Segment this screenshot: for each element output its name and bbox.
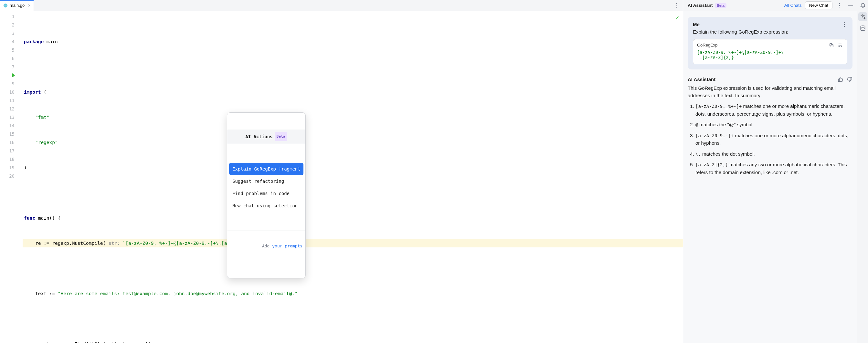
footer-add-text: Add [262,243,272,248]
go-file-icon [3,3,8,8]
code-line: re := regexp.MustCompile( str: `[a-zA-Z0… [23,239,683,247]
insert-icon[interactable] [837,43,843,48]
explanation-code: [a-zA-Z]{2,} [695,162,728,167]
chat-header: AI Assistant Beta All Chats New Chat ⋮ — [683,0,857,11]
explanation-item: [a-zA-Z0-9._%+-]+ matches one or more al… [695,102,852,117]
ai-action-item[interactable]: New chat using selection [229,200,304,212]
ai-actions-header: AI Actions Beta [227,130,305,144]
gutter-line: 2 [0,21,20,29]
ai-actions-popup: AI Actions Beta Explain GoRegExp fragmen… [227,112,306,278]
chat-panel-title: AI Assistant Beta [688,3,726,8]
code-line [23,315,683,323]
explanation-item: @ matches the "@" symbol. [695,121,852,129]
database-rail-icon[interactable] [860,25,866,32]
copy-icon[interactable] [829,43,834,48]
file-tab-label: main.go [10,3,25,8]
gutter-line: 3 [0,29,20,37]
gutter-line: 13 [0,113,20,122]
gutter-line: 5 [0,46,20,54]
editor-column: main.go × ⋮ 1234567891011121314151617181… [0,0,683,343]
explanation-code: [a-zA-Z0-9._%+-]+ [695,104,742,109]
thumbs-down-icon[interactable] [847,76,852,82]
chat-scroll[interactable]: Me ⋮ Explain the following GoRegExp expr… [683,11,857,343]
gutter-line: 12 [0,105,20,113]
code-line [23,188,683,197]
explanation-item: [a-zA-Z]{2,} matches any two or more alp… [695,161,852,176]
code-line: package main [23,37,683,46]
code-line: text := "Here are some emails: test@exam… [23,289,683,298]
gutter-line: 16 [0,138,20,147]
code-line: ) [23,164,683,172]
right-rail [857,0,868,343]
beta-badge: Beta [275,132,287,141]
gutter-line: 19 [0,164,20,172]
gutter-line: 14 [0,122,20,130]
message-overflow-icon[interactable]: ⋮ [841,21,847,27]
code-block-lang: GoRegExp [697,43,718,47]
explanation-text: matches the "@" symbol. [698,122,753,127]
gutter-line: 17 [0,147,20,155]
gutter-line: 11 [0,96,20,105]
gutter-line: 10 [0,88,20,96]
code-line: func main() { [23,214,683,222]
code-line: matches := re.FindAllString(text, n: -1) [23,340,683,343]
code-block-line: .[a-zA-Z]{2,} [697,55,843,60]
assistant-message: AI Assistant This GoRegExp expression is… [688,76,852,176]
assistant-body: This GoRegExp expression is used for val… [688,84,852,176]
line-gutter: 1234567891011121314151617181920 [0,11,20,343]
code-line: import ( [23,88,683,96]
gutter-line: 4 [0,37,20,46]
explanation-item: [a-zA-Z0-9.-]+ matches one or more alpha… [695,132,852,147]
user-message-bubble: Me ⋮ Explain the following GoRegExp expr… [688,17,852,69]
minimize-panel-icon[interactable]: — [847,3,855,8]
close-tab-icon[interactable]: × [28,3,30,8]
all-chats-link[interactable]: All Chats [784,3,802,8]
code-line [23,63,683,71]
tabbar-overflow-icon[interactable]: ⋮ [671,2,683,9]
gutter-line: 8 [0,71,20,79]
editor-tabbar: main.go × ⋮ [0,0,683,11]
ai-actions-list: Explain GoRegExp fragmentSuggest refacto… [227,161,305,214]
svg-point-4 [6,5,6,5]
code-line: "regexp" [23,138,683,147]
explanation-item: \. matches the dot symbol. [695,150,852,158]
ai-action-item[interactable]: Find problems in code [229,187,304,200]
gutter-line: 1 [0,12,20,21]
ai-assistant-rail-icon[interactable] [858,12,867,21]
editor-body: 1234567891011121314151617181920 ✓ packag… [0,11,683,343]
code-block-line: [a-zA-Z0-9._%+-]+@[a-zA-Z0-9.-]+\ [697,50,843,55]
your-prompts-link[interactable]: your prompts [272,243,303,248]
gutter-line: 15 [0,130,20,138]
svg-point-3 [4,5,5,5]
svg-point-7 [861,26,865,28]
assistant-intro: This GoRegExp expression is used for val… [688,85,836,98]
explanation-code: \. [695,151,701,157]
inspection-ok-icon: ✓ [675,13,679,22]
explanation-code: [a-zA-Z0-9.-]+ [695,133,734,138]
svg-point-0 [4,3,7,7]
ai-action-item[interactable]: Suggest refactoring [229,175,304,187]
new-chat-button[interactable]: New Chat [805,1,833,9]
user-message-text: Explain the following GoRegExp expressio… [693,28,847,36]
app-root: main.go × ⋮ 1234567891011121314151617181… [0,0,868,343]
assistant-name: AI Assistant [688,76,715,82]
explanation-list: [a-zA-Z0-9._%+-]+ matches one or more al… [688,102,852,176]
explanation-text: matches the dot symbol. [701,151,755,157]
file-tab-main-go[interactable]: main.go × [0,0,34,11]
chat-overflow-icon[interactable]: ⋮ [836,3,843,8]
ai-actions-title: AI Actions [245,132,272,141]
code-area[interactable]: ✓ package main import ( "fmt" "regexp" )… [20,11,683,343]
code-line: "fmt" [23,113,683,122]
gutter-line: 20 [0,172,20,180]
user-name: Me [693,22,700,27]
gutter-line: 18 [0,155,20,164]
beta-badge: Beta [715,3,727,8]
ai-actions-footer: Add your prompts [227,231,305,261]
ai-assistant-panel: AI Assistant Beta All Chats New Chat ⋮ —… [683,0,857,343]
code-line [23,264,683,273]
gutter-line: 7 [0,63,20,71]
thumbs-up-icon[interactable] [838,76,843,82]
gutter-line: 9 [0,79,20,88]
ai-action-item[interactable]: Explain GoRegExp fragment [229,163,304,175]
notifications-icon[interactable] [860,2,866,8]
